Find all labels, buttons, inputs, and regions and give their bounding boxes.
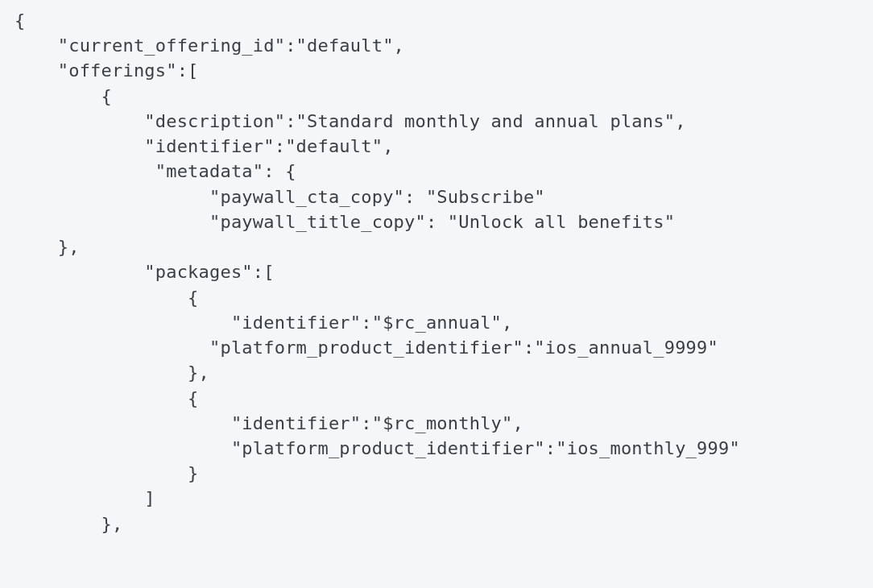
code-content: { "current_offering_id":"default", "offe… bbox=[14, 10, 740, 534]
code-block: { "current_offering_id":"default", "offe… bbox=[0, 0, 873, 551]
